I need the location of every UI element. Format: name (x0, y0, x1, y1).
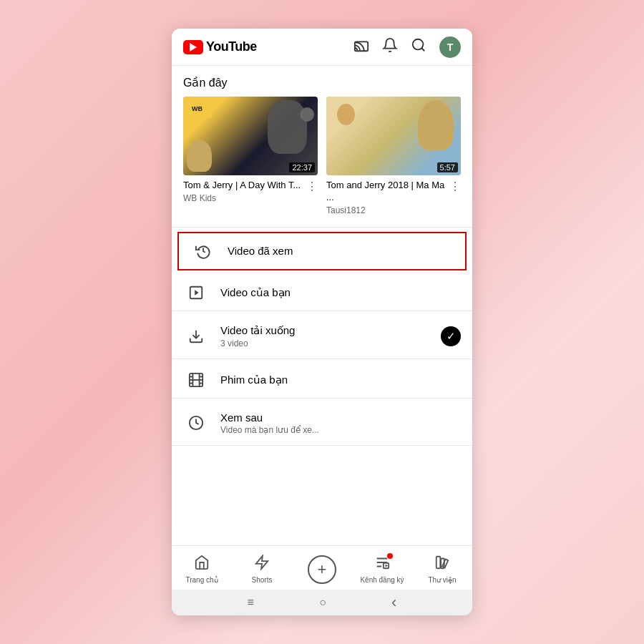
svg-point-1 (413, 39, 424, 50)
svg-line-2 (421, 48, 424, 51)
menu-label-watch-later: Xem sau (220, 411, 461, 424)
system-home-icon[interactable]: ○ (319, 596, 326, 609)
video-info-1: Tom & Jerry | A Day With T... WB Kids ⋮ (183, 180, 318, 203)
header: YouTube (172, 29, 472, 66)
video-channel-2: Tausi1812 (326, 205, 447, 215)
download-badge: ✓ (441, 326, 461, 346)
video-card-1[interactable]: 22:37 Tom & Jerry | A Day With T... WB K… (183, 97, 318, 215)
video-title-1: Tom & Jerry | A Day With T... (183, 180, 301, 192)
video-channel-1: WB Kids (183, 193, 301, 203)
menu-text-watched: Video đã xem (228, 245, 454, 257)
download-icon (183, 328, 209, 344)
youtube-logo[interactable]: YouTube (183, 39, 257, 54)
menu-item-watch-later[interactable]: Xem sau Video mà bạn lưu để xe... (172, 401, 472, 445)
menu-item-your-videos[interactable]: Video của bạn (172, 275, 472, 311)
cast-icon[interactable] (353, 37, 369, 57)
menu-label-downloads: Video tải xuống (220, 324, 441, 337)
section-title: Gần đây (172, 66, 472, 97)
avatar[interactable]: T (439, 36, 461, 58)
menu-item-watched[interactable]: Video đã xem (177, 232, 467, 270)
subscriptions-badge (387, 553, 393, 559)
youtube-text: YouTube (206, 39, 257, 54)
system-bar: ≡ ○ ‹ (172, 590, 472, 615)
shorts-icon (254, 555, 270, 575)
search-icon[interactable] (411, 37, 426, 57)
nav-item-add[interactable]: + (292, 555, 352, 584)
content-area: Gần đây 22:37 To (172, 66, 472, 545)
bell-icon[interactable] (382, 37, 398, 57)
svg-marker-4 (195, 290, 199, 295)
video-row: 22:37 Tom & Jerry | A Day With T... WB K… (172, 97, 472, 227)
divider-4 (172, 398, 472, 399)
video-card-2[interactable]: 5:57 Tom and Jerry 2018 | Ma Ma ... Taus… (326, 97, 461, 215)
divider-1 (172, 227, 472, 228)
menu-label-watched: Video đã xem (228, 245, 454, 257)
video-thumbnail-2: 5:57 (326, 97, 461, 175)
nav-item-home[interactable]: Trang chủ (172, 555, 232, 584)
nav-label-library: Thư viện (428, 576, 456, 584)
film-icon (183, 372, 209, 388)
yt-red-box (183, 40, 203, 54)
nav-label-home: Trang chủ (185, 576, 218, 584)
menu-text-watch-later: Xem sau Video mà bạn lưu để xe... (220, 411, 461, 435)
svg-marker-16 (386, 565, 389, 567)
video-title-2: Tom and Jerry 2018 | Ma Ma ... (326, 180, 447, 204)
avatar-letter: T (447, 42, 454, 53)
subscriptions-icon (374, 555, 390, 575)
menu-text-downloads: Video tải xuống 3 video (220, 324, 441, 348)
menu-label-movies: Phim của bạn (220, 374, 461, 386)
play-square-icon (183, 285, 209, 301)
video-duration-1: 22:37 (289, 162, 315, 172)
video-more-2[interactable]: ⋮ (447, 180, 461, 193)
nav-item-subscriptions[interactable]: Kênh đăng ký (352, 555, 412, 584)
menu-text-movies: Phim của bạn (220, 374, 461, 386)
svg-rect-17 (436, 557, 441, 569)
history-icon (190, 243, 216, 259)
video-more-1[interactable]: ⋮ (303, 180, 318, 193)
nav-item-shorts[interactable]: Shorts (232, 555, 292, 584)
video-thumbnail-1: 22:37 (183, 97, 318, 175)
menu-label-your-videos: Video của bạn (220, 286, 461, 299)
phone-container: YouTube (172, 29, 472, 615)
svg-marker-19 (442, 559, 448, 567)
video-text-2: Tom and Jerry 2018 | Ma Ma ... Tausi1812 (326, 180, 447, 215)
nav-item-library[interactable]: Thư viện (412, 555, 472, 584)
add-button[interactable]: + (308, 555, 336, 584)
home-icon (194, 555, 210, 575)
plus-icon: + (318, 560, 327, 579)
menu-text-your-videos: Video của bạn (220, 286, 461, 299)
menu-sublabel-downloads: 3 video (220, 338, 441, 348)
library-icon (434, 555, 450, 575)
recent-section: Gần đây 22:37 To (172, 66, 472, 227)
divider-3 (172, 358, 472, 359)
divider-5 (172, 445, 472, 446)
yt-play-icon (190, 43, 197, 52)
menu-item-downloads[interactable]: Video tải xuống 3 video ✓ (172, 314, 472, 358)
bottom-nav: Trang chủ Shorts + (172, 545, 472, 590)
header-left: YouTube (183, 39, 257, 54)
menu-sublabel-watch-later: Video mà bạn lưu để xe... (220, 425, 461, 435)
nav-label-subscriptions: Kênh đăng ký (360, 576, 404, 584)
video-text-1: Tom & Jerry | A Day With T... WB Kids (183, 180, 301, 203)
header-icons: T (353, 36, 461, 58)
system-menu-icon[interactable]: ≡ (248, 596, 254, 609)
video-duration-2: 5:57 (437, 162, 458, 172)
check-icon: ✓ (447, 330, 456, 343)
nav-label-shorts: Shorts (252, 576, 273, 584)
divider-2 (172, 311, 472, 311)
menu-item-movies[interactable]: Phim của bạn (172, 362, 472, 398)
clock-icon (183, 415, 209, 431)
system-back-icon[interactable]: ‹ (391, 593, 396, 612)
video-info-2: Tom and Jerry 2018 | Ma Ma ... Tausi1812… (326, 180, 461, 215)
